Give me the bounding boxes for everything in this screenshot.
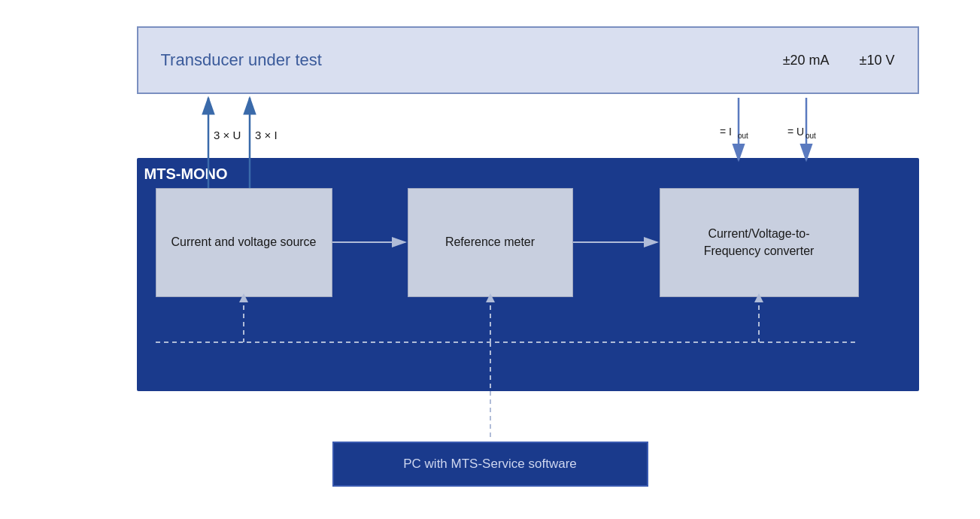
transducer-spec1: ±20 mA xyxy=(783,53,830,68)
converter-box: Current/Voltage-to-Frequency converter xyxy=(660,188,859,297)
reference-label: Reference meter xyxy=(445,234,535,250)
svg-text:3 × U: 3 × U xyxy=(214,129,241,141)
transducer-spec2: ±10 V xyxy=(860,53,895,68)
source-label: Current and voltage source xyxy=(171,234,317,250)
svg-text:3 × I: 3 × I xyxy=(255,129,278,141)
converter-label: Current/Voltage-to-Frequency converter xyxy=(704,226,815,260)
transducer-title: Transducer under test xyxy=(161,50,322,70)
svg-text:out: out xyxy=(806,132,816,140)
svg-text:= U: = U xyxy=(787,126,804,138)
pc-label: PC with MTS-Service software xyxy=(403,457,577,472)
svg-text:out: out xyxy=(738,132,748,140)
mts-mono-label: MTS-MONO xyxy=(144,165,228,183)
transducer-specs: ±20 mA ±10 V xyxy=(783,53,895,68)
transducer-box: Transducer under test ±20 mA ±10 V xyxy=(137,26,919,94)
pc-box: PC with MTS-Service software xyxy=(332,442,648,487)
diagram-container: Transducer under test ±20 mA ±10 V MTS-M… xyxy=(47,19,934,500)
reference-box: Reference meter xyxy=(408,188,573,297)
svg-text:= I: = I xyxy=(720,126,732,138)
source-box: Current and voltage source xyxy=(156,188,332,297)
